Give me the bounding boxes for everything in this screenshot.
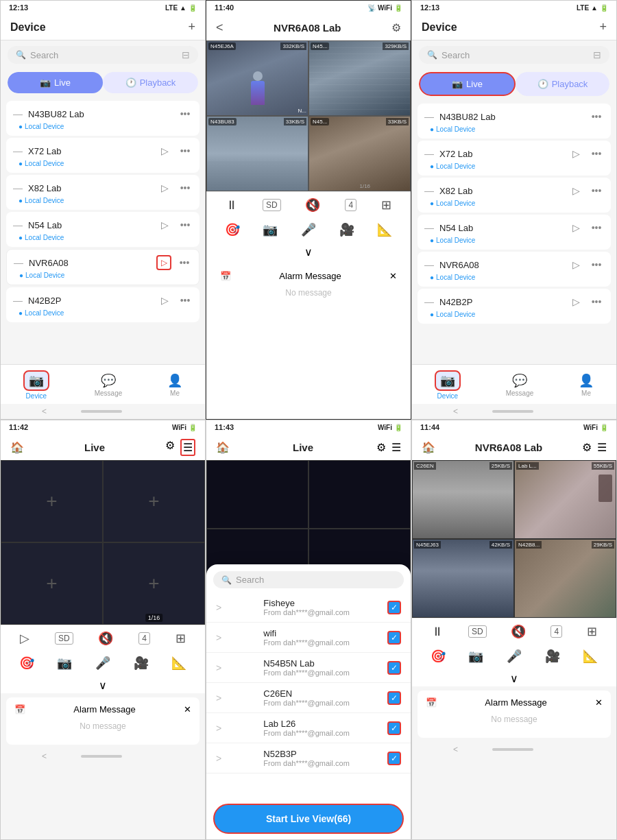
pause-btn-tm[interactable]: ⏸ <box>226 198 238 213</box>
device-item-2[interactable]: — X82 Lab ▷ ••• ● Local Device <box>6 175 199 210</box>
device-item-0[interactable]: — N43BU82 Lab ••• ● Local Device <box>6 101 199 136</box>
nvr-cam-cell-br-0[interactable]: C26EN 25KB/S <box>412 460 514 539</box>
check-box-3[interactable]: ✓ <box>387 691 401 705</box>
play-icon-tr-1[interactable]: ▷ <box>568 146 583 161</box>
check-box-0[interactable]: ✓ <box>387 601 401 614</box>
alarm-close-tm[interactable]: ✕ <box>389 271 397 281</box>
play-icon-4-highlighted[interactable]: ▷ <box>156 255 171 270</box>
ptz-btn-tm[interactable]: 🎯 <box>225 222 240 237</box>
device-item-tr-4[interactable]: — NVR6A08 ▷ ••• ● Local Device <box>418 252 611 287</box>
cam-list-item-0[interactable]: > Fisheye From dah****@gmail.com ✓ <box>206 592 411 623</box>
check-box-2[interactable]: ✓ <box>387 661 401 675</box>
home-icon-bl[interactable]: 🏠 <box>10 441 24 454</box>
alarm-close-bl[interactable]: ✕ <box>184 704 191 715</box>
play-icon-tr-5[interactable]: ▷ <box>568 294 583 309</box>
nav-device-tl[interactable]: 📷 Device <box>23 370 49 400</box>
back-icon-tm[interactable]: < <box>216 21 223 35</box>
overlay-search-bm[interactable]: 🔍 Search <box>213 571 404 588</box>
play-icon-2[interactable]: ▷ <box>157 180 172 195</box>
settings-icon-bl[interactable]: ⚙ <box>165 439 175 456</box>
live-cell-bl-2[interactable]: + <box>1 542 103 625</box>
play-icon-tr-2[interactable]: ▷ <box>568 183 583 198</box>
collapse-arrow-bl[interactable]: ∨ <box>1 677 205 693</box>
playback-toggle-tl[interactable]: 🕐 Playback <box>103 72 198 93</box>
settings-icon-br[interactable]: ⚙ <box>582 441 592 454</box>
check-box-5[interactable]: ✓ <box>387 752 401 765</box>
back-chevron-tl[interactable]: < <box>42 407 47 416</box>
live-toggle-tl[interactable]: 📷 Live <box>8 72 103 93</box>
crop-btn-br[interactable]: 📐 <box>583 649 598 664</box>
nav-me-tr[interactable]: 👤 Me <box>579 373 594 397</box>
collapse-arrow-tm[interactable]: ∨ <box>206 244 411 260</box>
check-box-1[interactable]: ✓ <box>387 631 401 645</box>
camera-cell-2-tm[interactable]: N43BU83 33KB/S <box>206 116 308 191</box>
grid-btn-tm[interactable]: 4 <box>345 199 356 211</box>
crop-btn-tm[interactable]: 📐 <box>377 222 392 237</box>
more-icon-tr-5[interactable]: ••• <box>589 294 604 309</box>
sd-btn-br[interactable]: SD <box>468 625 487 638</box>
video-btn-tm[interactable]: 🎥 <box>339 222 354 237</box>
ptz-btn-br[interactable]: 🎯 <box>431 649 446 664</box>
cam-list-item-1[interactable]: > wifi From dah****@gmail.com ✓ <box>206 623 411 653</box>
mic-btn-br[interactable]: 🎤 <box>507 649 522 664</box>
play-icon-tr-3[interactable]: ▷ <box>568 220 583 235</box>
device-item-5[interactable]: — N42B2P ▷ ••• ● Local Device <box>6 287 199 322</box>
search-bar-tr[interactable]: 🔍 Search ⊟ <box>419 46 609 64</box>
fullscreen-btn-bl[interactable]: ⊞ <box>176 631 186 646</box>
more-icon-0[interactable]: ••• <box>178 106 193 121</box>
more-icon-tr-2[interactable]: ••• <box>589 183 604 198</box>
alarm-close-br[interactable]: ✕ <box>595 697 603 708</box>
more-icon-5[interactable]: ••• <box>178 293 193 308</box>
camera-cell-0-tm[interactable]: N45EJ6A 332KB/S N... <box>206 40 308 116</box>
mute-btn-br[interactable]: 🔇 <box>511 624 526 639</box>
play-icon-3[interactable]: ▷ <box>157 217 172 232</box>
nav-device-tr[interactable]: 📷 Device <box>435 370 461 400</box>
crop-btn-bl[interactable]: 📐 <box>171 656 186 671</box>
device-item-tr-1[interactable]: — X72 Lab ▷ ••• ● Local Device <box>418 141 611 176</box>
cam-list-item-5[interactable]: > N52B3P From dah****@gmail.com ✓ <box>206 743 411 773</box>
device-item-4[interactable]: — NVR6A08 ▷ ••• ● Local Device <box>6 249 199 285</box>
more-icon-3[interactable]: ••• <box>178 217 193 232</box>
device-item-tr-2[interactable]: — X82 Lab ▷ ••• ● Local Device <box>418 178 611 213</box>
nvr-cam-cell-br-3[interactable]: N42B8... 29KB/S <box>514 539 616 618</box>
more-icon-2[interactable]: ••• <box>178 180 193 195</box>
pause-btn-br[interactable]: ⏸ <box>431 625 444 639</box>
home-icon-br[interactable]: 🏠 <box>422 441 435 454</box>
collapse-arrow-br[interactable]: ∨ <box>412 671 616 686</box>
cam-list-item-2[interactable]: > N54B5N Lab From dah****@gmail.com ✓ <box>206 653 411 683</box>
play-icon-tr-4[interactable]: ▷ <box>568 257 583 272</box>
search-bar-tl[interactable]: 🔍 Search ⊟ <box>8 46 198 64</box>
home-icon-bm[interactable]: 🏠 <box>216 441 230 454</box>
device-item-3[interactable]: — N54 Lab ▷ ••• ● Local Device <box>6 212 199 247</box>
grid-btn-br[interactable]: 4 <box>551 625 562 638</box>
ptz-btn-bl[interactable]: 🎯 <box>19 656 34 671</box>
add-icon-tl[interactable]: + <box>188 20 195 34</box>
snapshot-btn-bl[interactable]: 📷 <box>57 656 72 671</box>
play-icon-1[interactable]: ▷ <box>157 143 172 158</box>
more-icon-tr-4[interactable]: ••• <box>589 257 604 272</box>
nvr-cam-cell-br-1[interactable]: Lab L... 55KB/S <box>514 460 616 539</box>
back-chevron-tr[interactable]: < <box>453 407 458 416</box>
live-cell-bl-1[interactable]: + <box>103 460 205 542</box>
mute-btn-bl[interactable]: 🔇 <box>98 631 113 646</box>
fullscreen-btn-tm[interactable]: ⊞ <box>381 197 391 213</box>
mic-btn-tm[interactable]: 🎤 <box>301 222 316 237</box>
device-item-tr-0[interactable]: — N43BU82 Lab ••• ● Local Device <box>418 104 611 139</box>
settings-icon-bm[interactable]: ⚙ <box>376 441 386 454</box>
sd-btn-bl[interactable]: SD <box>55 632 73 645</box>
fullscreen-btn-br[interactable]: ⊞ <box>587 624 597 639</box>
list-icon-br[interactable]: ☰ <box>597 441 607 454</box>
more-icon-tr-0[interactable]: ••• <box>589 109 604 124</box>
nav-me-tl[interactable]: 👤 Me <box>167 373 182 397</box>
nvr-cam-cell-br-2[interactable]: N45EJ63 42KB/S <box>412 539 514 618</box>
device-item-tr-3[interactable]: — N54 Lab ▷ ••• ● Local Device <box>418 215 611 250</box>
snapshot-btn-tm[interactable]: 📷 <box>263 222 278 237</box>
camera-cell-1-tm[interactable]: N45... 329KB/S <box>308 40 411 116</box>
snapshot-btn-br[interactable]: 📷 <box>468 649 483 664</box>
mic-btn-bl[interactable]: 🎤 <box>95 656 110 671</box>
more-icon-1[interactable]: ••• <box>178 143 193 158</box>
mute-btn-tm[interactable]: 🔇 <box>305 197 320 213</box>
grid-btn-bl[interactable]: 4 <box>138 632 150 645</box>
video-btn-bl[interactable]: 🎥 <box>134 656 149 671</box>
video-btn-br[interactable]: 🎥 <box>545 649 560 664</box>
